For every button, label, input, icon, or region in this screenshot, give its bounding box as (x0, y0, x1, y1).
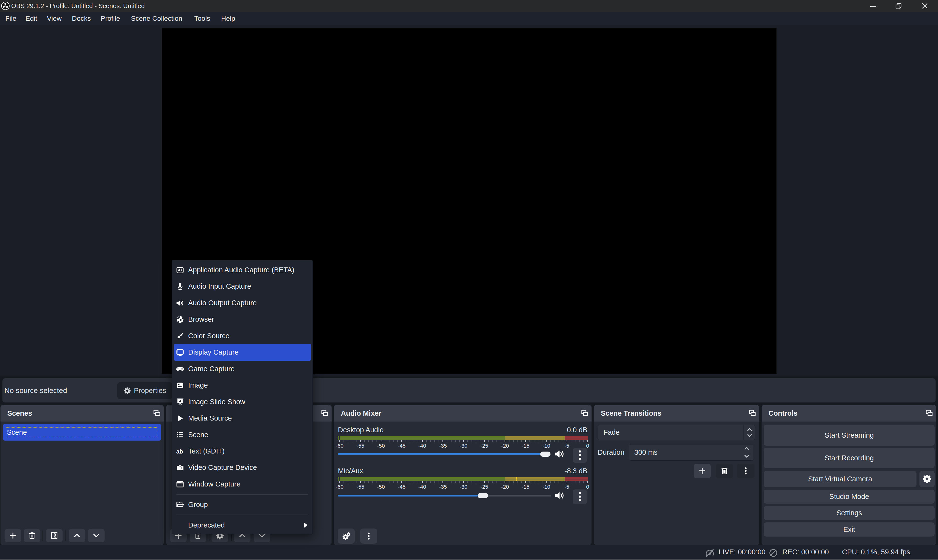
svg-text:ab: ab (176, 448, 183, 455)
